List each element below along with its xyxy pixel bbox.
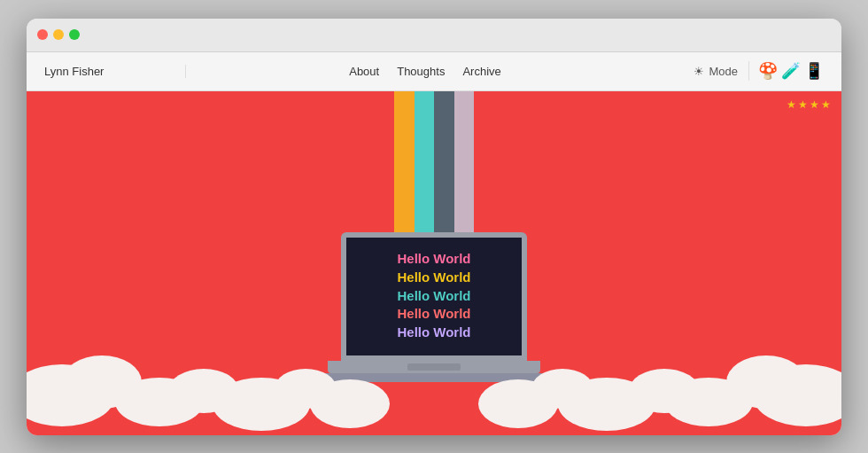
potion-icon[interactable]: 🧪 bbox=[781, 61, 801, 81]
mushroom-icon[interactable]: 🍄 bbox=[758, 61, 778, 81]
title-bar bbox=[27, 19, 841, 52]
nav-link-thoughts[interactable]: Thoughts bbox=[397, 65, 445, 78]
brand-name[interactable]: Lynn Fisher bbox=[44, 65, 186, 78]
nav-right: ☀ Mode 🍄 🧪 📱 bbox=[647, 61, 824, 81]
mode-label: Mode bbox=[709, 65, 738, 78]
mode-toggle[interactable]: ☀ Mode bbox=[694, 65, 738, 78]
hello-text-2: Hello World bbox=[353, 269, 515, 286]
sun-icon: ☀ bbox=[694, 65, 704, 78]
hello-text-1: Hello World bbox=[353, 251, 515, 268]
nav-link-archive[interactable]: Archive bbox=[462, 65, 500, 78]
clouds-container bbox=[27, 293, 841, 435]
star-badge: ★★★★ bbox=[787, 98, 833, 111]
maximize-button[interactable] bbox=[69, 29, 80, 40]
nav-bar: Lynn Fisher About Thoughts Archive ☀ Mod… bbox=[27, 52, 841, 91]
traffic-lights bbox=[37, 29, 80, 40]
close-button[interactable] bbox=[37, 29, 48, 40]
mobile-icon[interactable]: 📱 bbox=[804, 61, 824, 81]
browser-window: Lynn Fisher About Thoughts Archive ☀ Mod… bbox=[27, 19, 841, 435]
cloud-right-7 bbox=[478, 379, 558, 428]
cloud-left-7 bbox=[310, 379, 390, 428]
nav-icon-buttons: 🍄 🧪 📱 bbox=[748, 61, 824, 81]
nav-link-about[interactable]: About bbox=[349, 65, 379, 78]
nav-links: About Thoughts Archive bbox=[204, 65, 647, 78]
hero-section: Hello World Hello World Hello World Hell… bbox=[27, 91, 841, 435]
minimize-button[interactable] bbox=[53, 29, 64, 40]
